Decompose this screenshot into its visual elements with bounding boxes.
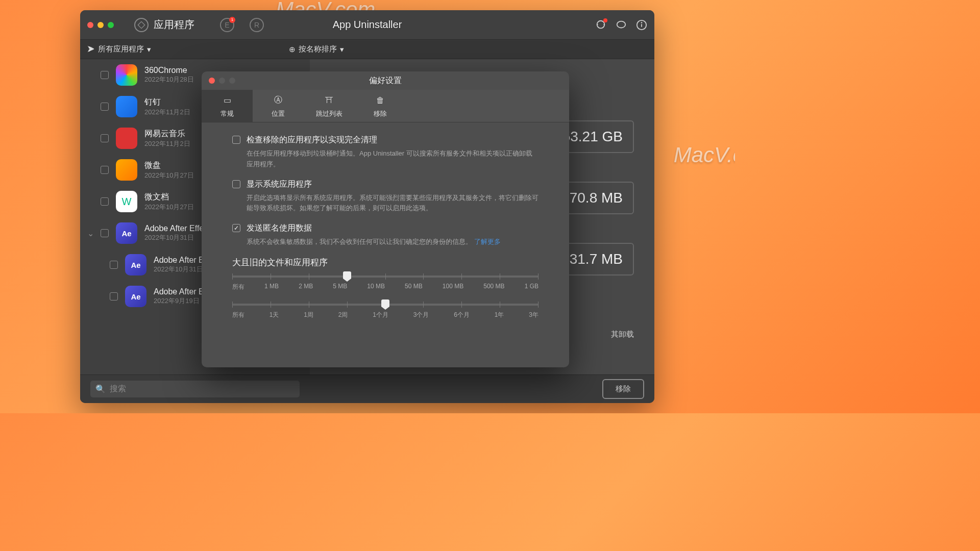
checkbox[interactable]	[101, 134, 109, 142]
toolbar: ⮞ 所有应用程序 ▾ ⊕ 按名称排序 ▾	[80, 40, 654, 59]
slider[interactable]	[232, 276, 538, 278]
checkbox[interactable]	[110, 292, 118, 300]
updates-icon[interactable]	[595, 19, 606, 31]
prefs-title: 偏好设置	[369, 76, 402, 86]
slider[interactable]	[232, 304, 538, 306]
tab-label: 常规	[220, 109, 234, 118]
checkbox[interactable]	[101, 71, 109, 79]
slider-labels: 所有1天1周2周1个月3个月6个月1年3年	[232, 311, 538, 319]
filter-dropdown[interactable]: ⮞ 所有应用程序 ▾	[87, 44, 151, 54]
location-icon: ⮞	[87, 45, 95, 54]
app-icon: Ae	[125, 286, 146, 307]
app-icon: W	[116, 191, 137, 212]
checkbox[interactable]	[101, 197, 109, 206]
learn-more-link[interactable]: 了解更多	[474, 238, 501, 245]
app-icon	[116, 64, 137, 86]
svg-point-3	[642, 22, 642, 22]
tab-icon: 🗑	[373, 94, 388, 107]
app-icon: Ae	[116, 222, 137, 244]
option-desc: 系统不会收集敏感数据，我们不会收到任何可以让我们确定您的身份的信息。 了解更多	[247, 237, 538, 247]
tab-icon: Ⓐ	[271, 94, 286, 107]
checkbox[interactable]	[232, 224, 240, 232]
option-label: 显示系统应用程序	[247, 179, 312, 190]
option-label: 检查移除的应用程序以实现完全清理	[247, 135, 377, 145]
apps-icon	[134, 18, 149, 32]
checkbox[interactable]	[101, 103, 109, 111]
chevron-down-icon: ▾	[340, 45, 344, 54]
tab-r[interactable]: R	[250, 18, 264, 32]
watermark: MacV.co	[674, 143, 735, 167]
badge: 1	[229, 17, 235, 23]
remove-button[interactable]: 移除	[602, 379, 644, 399]
search-input[interactable]: 🔍 搜索	[90, 381, 300, 397]
bottom-bar: 🔍 搜索 移除	[80, 374, 654, 403]
option-desc: 在任何应用程序移动到垃圾桶时通知。App Uninstaller 可以搜索所有服…	[247, 148, 538, 170]
sort-icon: ⊕	[289, 45, 296, 54]
app-title: App Uninstaller	[333, 19, 402, 31]
app-icon	[116, 96, 137, 117]
minimize-button[interactable]	[97, 22, 104, 28]
stat-value: 31.7 MB	[570, 251, 623, 267]
prefs-body: 检查移除的应用程序以实现完全清理 在任何应用程序移动到垃圾桶时通知。App Un…	[202, 122, 569, 344]
tab-icon: ⛩	[322, 94, 337, 107]
checkbox[interactable]	[232, 136, 240, 144]
tab-label: 跳过列表	[316, 109, 342, 118]
checkbox[interactable]	[110, 261, 118, 269]
prefs-tab-移除[interactable]: 🗑移除	[355, 90, 406, 122]
stat-value: 270.8 MB	[561, 190, 623, 206]
option-desc: 开启此选项将显示所有系统应用程序。系统可能强烈需要某些应用程序及其服务文件，将它…	[247, 193, 538, 214]
zoom-button	[229, 78, 235, 84]
tab-e[interactable]: E1	[220, 18, 234, 32]
preferences-window: 偏好设置 ▭常规Ⓐ位置⛩跳过列表🗑移除 检查移除的应用程序以实现完全清理 在任何…	[202, 71, 569, 367]
prefs-titlebar: 偏好设置	[202, 71, 569, 90]
zoom-button[interactable]	[108, 22, 114, 28]
option-label: 发送匿名使用数据	[247, 223, 312, 234]
checkbox[interactable]	[101, 166, 109, 174]
slider-thumb[interactable]	[381, 299, 389, 310]
tab-icon: ▭	[219, 94, 235, 107]
remove-hint: 其卸载	[611, 330, 634, 339]
prefs-tab-常规[interactable]: ▭常规	[202, 90, 253, 122]
prefs-tab-位置[interactable]: Ⓐ位置	[253, 90, 304, 122]
minimize-button	[219, 78, 225, 84]
window-title: 应用程序	[154, 18, 194, 32]
section-title: 大且旧的文件和应用程序	[232, 257, 538, 268]
svg-point-0	[617, 21, 626, 28]
app-icon: Ae	[125, 254, 146, 276]
info-icon[interactable]	[636, 19, 647, 31]
titlebar: 应用程序 E1 R App Uninstaller	[80, 10, 654, 40]
app-icon	[116, 159, 137, 181]
stat-value: 53.21 GB	[562, 129, 623, 145]
close-button[interactable]	[209, 78, 215, 84]
stat-box: 31.7 MB	[558, 243, 634, 276]
checkbox[interactable]	[101, 229, 109, 237]
traffic-lights	[87, 22, 114, 28]
slider-thumb[interactable]	[343, 271, 351, 282]
tab-label: 位置	[272, 109, 285, 118]
tab-label: 移除	[374, 109, 387, 118]
close-button[interactable]	[87, 22, 93, 28]
search-icon: 🔍	[95, 384, 106, 394]
checkbox[interactable]	[232, 180, 240, 188]
prefs-tab-跳过列表[interactable]: ⛩跳过列表	[304, 90, 355, 122]
chevron-down-icon[interactable]: ⌄	[87, 229, 93, 238]
chat-icon[interactable]	[616, 19, 627, 31]
sort-dropdown[interactable]: ⊕ 按名称排序 ▾	[289, 44, 344, 54]
chevron-down-icon: ▾	[147, 45, 151, 54]
slider-labels: 所有1 MB2 MB5 MB10 MB50 MB100 MB500 MB1 GB	[232, 283, 538, 291]
prefs-tabs: ▭常规Ⓐ位置⛩跳过列表🗑移除	[202, 90, 569, 122]
app-icon	[116, 128, 137, 149]
